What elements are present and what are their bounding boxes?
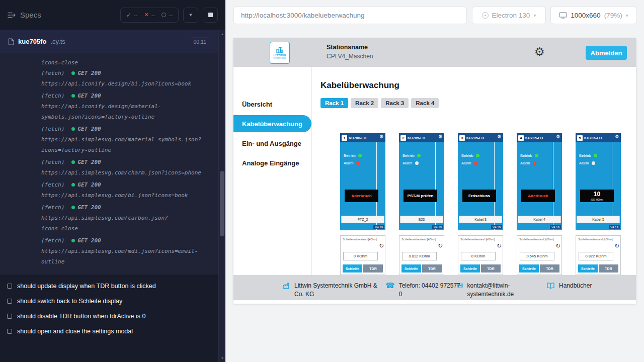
manuals-link[interactable]: Handbücher bbox=[559, 282, 592, 290]
tdr-button[interactable]: TDR bbox=[363, 264, 383, 273]
tab-rack-1[interactable]: Rack 1 bbox=[320, 98, 348, 108]
firmware-version: V4.19 bbox=[432, 225, 443, 229]
logo-title: LITTWIN bbox=[273, 54, 286, 57]
reporter-scrollbar[interactable]: ▲ ▼ bbox=[218, 30, 225, 362]
tab-rack-4[interactable]: Rack 4 bbox=[411, 98, 439, 108]
schleife-button[interactable]: Schleife bbox=[401, 264, 421, 273]
schleife-button[interactable]: Schleife bbox=[343, 264, 362, 273]
schleife-button[interactable]: Schleife bbox=[460, 264, 480, 273]
refresh-icon[interactable]: ↻ bbox=[379, 243, 384, 249]
test-item[interactable]: should open and close the settings modal bbox=[7, 328, 218, 335]
test-item[interactable]: should update display when TDR button is… bbox=[7, 283, 218, 290]
alarm-led bbox=[415, 161, 419, 165]
device-gear-icon[interactable]: ⚙ bbox=[556, 134, 560, 139]
measurement-label: Schleifenwiderstand [kOhm] bbox=[460, 238, 501, 241]
device-gear-icon[interactable]: ⚙ bbox=[438, 134, 443, 139]
scroll-down-icon[interactable]: ▼ bbox=[219, 356, 226, 360]
power-led bbox=[594, 154, 597, 157]
alarm-led bbox=[356, 161, 360, 165]
test-item[interactable]: should switch back to Schleife display bbox=[7, 298, 218, 305]
refresh-icon[interactable]: ↻ bbox=[497, 243, 502, 249]
refresh-icon[interactable]: ↻ bbox=[438, 243, 443, 249]
log-entry[interactable]: (fetch)GET 200 https://api.simplesvg.com… bbox=[0, 157, 210, 178]
log-entry[interactable]: (fetch)GET 200 https://api.iconify.desig… bbox=[0, 90, 210, 122]
browser-select[interactable]: Electron 130 ▾ bbox=[472, 7, 546, 24]
sidebar-item-uebersicht[interactable]: Übersicht bbox=[233, 96, 311, 113]
settings-gear-icon[interactable]: ⚙ bbox=[534, 45, 545, 59]
test-pending-icon bbox=[7, 314, 12, 319]
log-entry[interactable]: (fetch)GET 200 https://api.simplesvg.com… bbox=[0, 179, 210, 201]
device-gear-icon[interactable]: ⚙ bbox=[615, 134, 619, 139]
schleife-button[interactable]: Schleife bbox=[519, 264, 539, 273]
log-prefix: (fetch) bbox=[41, 237, 64, 244]
test-item[interactable]: should disable TDR button when tdrActive… bbox=[7, 313, 218, 320]
station-label: Stationsname bbox=[327, 44, 373, 51]
cypress-runner-panel: Specs ✓-- ✕-- -- ▾ kue705fo .cy.ts 00:11… bbox=[0, 0, 225, 362]
test-title: should update display when TDR button is… bbox=[17, 283, 156, 290]
test-title: should disable TDR button when tdrActive… bbox=[17, 313, 145, 320]
device-gear-icon[interactable]: ⚙ bbox=[497, 134, 502, 139]
power-led bbox=[417, 154, 421, 157]
firmware-version: V4.19 bbox=[491, 225, 502, 229]
tdr-button[interactable]: TDR bbox=[422, 264, 442, 273]
power-label: Betrieb bbox=[344, 153, 356, 158]
scroll-up-icon[interactable]: ▲ bbox=[219, 32, 226, 36]
spec-header[interactable]: kue705fo .cy.ts 00:11 bbox=[0, 30, 225, 53]
viewport-select[interactable]: 1000x660 (79%) ▾ bbox=[550, 7, 637, 24]
device-model: KÜ706-FO bbox=[584, 136, 602, 140]
cable-name: B23 bbox=[400, 216, 443, 223]
tdr-button[interactable]: TDR bbox=[540, 264, 559, 273]
alarm-label: Alarm bbox=[403, 161, 413, 165]
tdr-button[interactable]: TDR bbox=[481, 264, 501, 273]
sidebar-item-ein-und-ausgaenge[interactable]: Ein- und Ausgänge bbox=[233, 135, 311, 152]
schleife-button[interactable]: Schleife bbox=[578, 264, 598, 273]
test-title: should switch back to Schleife display bbox=[17, 298, 122, 305]
measurement-panel: Schleifenwiderstand [kOhm] ↻ 0.822 KOhm … bbox=[576, 235, 621, 275]
log-status: GET 200 bbox=[77, 93, 101, 99]
sidebar-item-kabelueberwachung[interactable]: Kabelüberwachung bbox=[233, 115, 311, 132]
measurement-panel: Schleifenwiderstand [kOhm] ↻ 0.812 KOhm … bbox=[399, 235, 444, 275]
electron-icon bbox=[482, 12, 489, 19]
failed-count: -- bbox=[151, 12, 155, 18]
device-model: KÜ705-FO bbox=[525, 136, 543, 140]
stop-icon bbox=[208, 13, 213, 17]
device-gear-icon[interactable]: ⚙ bbox=[379, 134, 384, 139]
log-url: https://api.simplesvg.com/mdi.json?icons… bbox=[0, 246, 201, 267]
log-entry[interactable]: (fetch)GET 200 https://api.simplesvg.com… bbox=[0, 235, 210, 267]
logout-button[interactable]: Abmelden bbox=[586, 46, 627, 60]
status-display: PST-M prüfen bbox=[404, 190, 437, 202]
measurement-label: Schleifenwiderstand [kOhm] bbox=[401, 238, 442, 241]
spec-timer: 00:11 bbox=[190, 37, 211, 46]
log-entry[interactable]: (fetch)GET 200 https://api.simplesvg.com… bbox=[0, 124, 210, 155]
app-footer: Littwin Systemtechnik GmbH & Co. KG ☎ Te… bbox=[233, 275, 636, 300]
rack-tabs: Rack 1 Rack 2 Rack 3 Rack 4 bbox=[320, 98, 636, 108]
viewport-size: 1000x660 bbox=[571, 12, 600, 19]
log-prefix: (fetch) bbox=[41, 159, 64, 165]
refresh-icon[interactable]: ↻ bbox=[555, 243, 560, 249]
tab-rack-3[interactable]: Rack 3 bbox=[381, 98, 409, 108]
stop-tests-button[interactable] bbox=[203, 8, 218, 23]
log-status: GET 200 bbox=[77, 159, 101, 165]
email-address[interactable]: kontakt@littwin-systemtechnik.de bbox=[467, 282, 529, 299]
device-card: 5 KÜ706-FO ⚙ Betrieb Alarm 10 ISO MOhm K… bbox=[576, 133, 621, 275]
firmware-version: V4.19 bbox=[550, 225, 561, 229]
app-under-test: LITTWIN SYSTEMTECHNIK Stationsname CPLV4… bbox=[233, 38, 636, 304]
log-entry[interactable]: (fetch)GET 200 https://api.iconify.desig… bbox=[0, 68, 210, 89]
logo-subtitle: SYSTEMTECHNIK bbox=[273, 57, 286, 59]
sidebar-item-analoge-eingaenge[interactable]: Analoge Eingänge bbox=[233, 154, 311, 171]
log-entry[interactable]: (fetch)GET 200 https://api.simplesvg.com… bbox=[0, 202, 210, 234]
measurement-value: 0 KOhm bbox=[343, 252, 378, 260]
alarm-label: Alarm bbox=[520, 161, 530, 165]
tdr-button[interactable]: TDR bbox=[599, 264, 618, 273]
refresh-icon[interactable]: ↻ bbox=[614, 243, 619, 249]
phone-number: Telefon: 04402 972577-0 bbox=[399, 282, 465, 299]
passed-count: -- bbox=[134, 12, 138, 18]
test-pending-icon bbox=[7, 299, 12, 304]
scrollbar-thumb[interactable] bbox=[220, 171, 224, 236]
collapse-button[interactable]: ▾ bbox=[183, 8, 198, 23]
specs-menu-button[interactable]: Specs bbox=[8, 11, 41, 19]
tab-rack-2[interactable]: Rack 2 bbox=[351, 98, 378, 108]
alarm-label: Alarm bbox=[579, 161, 589, 165]
url-input[interactable] bbox=[233, 7, 467, 24]
log-line[interactable]: icons=close bbox=[0, 57, 210, 68]
